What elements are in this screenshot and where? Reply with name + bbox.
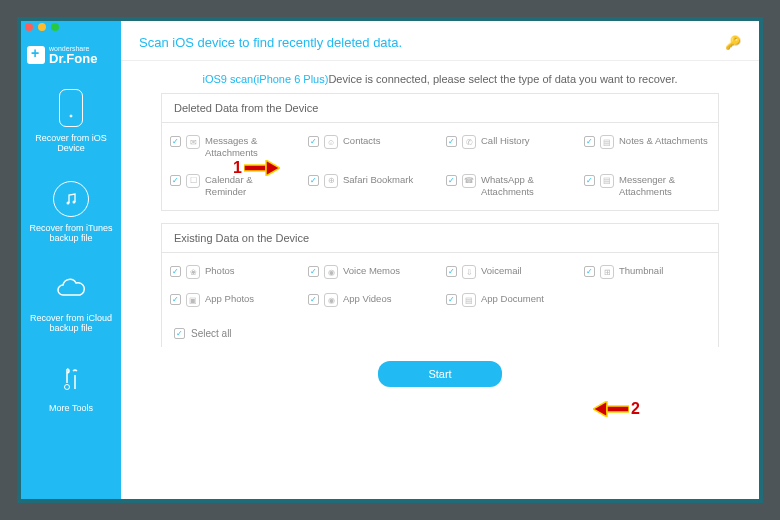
music-icon <box>53 181 89 217</box>
sidebar-item-more-tools[interactable]: More Tools <box>21 347 121 427</box>
item-icon: ▤ <box>462 293 476 307</box>
sidebar-item-label: Recover from iOS Device <box>25 133 117 153</box>
sidebar-item-label: More Tools <box>49 403 93 413</box>
window-controls[interactable] <box>25 23 59 31</box>
item-checkbox[interactable] <box>170 175 181 186</box>
item-label: Contacts <box>343 135 381 147</box>
item-checkbox[interactable] <box>446 136 457 147</box>
logo: wondershare Dr.Fone <box>21 35 121 75</box>
main-content: Scan iOS device to find recently deleted… <box>121 21 759 499</box>
item-label: Voice Memos <box>343 265 400 277</box>
sidebar-item-label: Recover from iCloud backup file <box>25 313 117 333</box>
key-icon[interactable]: 🔑 <box>725 35 741 50</box>
data-type-item[interactable]: ⇩Voicemail <box>442 261 576 283</box>
item-icon: ☐ <box>186 174 200 188</box>
data-type-item[interactable]: ✆Call History <box>442 131 576 164</box>
data-type-item[interactable]: ◉Voice Memos <box>304 261 438 283</box>
item-icon: ▤ <box>600 135 614 149</box>
device-info: iOS9 scan(iPhone 6 Plus) <box>202 73 328 85</box>
deleted-data-section: Deleted Data from the Device ✉Messages &… <box>161 93 719 211</box>
item-icon: ☎ <box>462 174 476 188</box>
svg-point-2 <box>67 202 70 205</box>
data-type-item[interactable]: ▤App Document <box>442 289 576 311</box>
item-icon: ⇩ <box>462 265 476 279</box>
svg-rect-5 <box>244 165 266 171</box>
logo-bottom: Dr.Fone <box>49 52 97 65</box>
logo-top: wondershare <box>49 45 97 52</box>
item-label: Messages & Attachments <box>205 135 296 160</box>
page-title: Scan iOS device to find recently deleted… <box>139 35 402 50</box>
item-icon: ⊞ <box>600 265 614 279</box>
data-type-item[interactable]: ▣App Photos <box>166 289 300 311</box>
tools-icon <box>53 361 89 397</box>
subtitle-rest: Device is connected, please select the t… <box>328 73 677 85</box>
item-label: Call History <box>481 135 530 147</box>
sidebar-item-ios-device[interactable]: Recover from iOS Device <box>21 75 121 167</box>
item-label: Messenger & Attachments <box>619 174 710 199</box>
item-checkbox[interactable] <box>584 266 595 277</box>
item-icon: ◉ <box>324 293 338 307</box>
item-checkbox[interactable] <box>170 294 181 305</box>
arrow-left-icon <box>593 401 629 417</box>
item-checkbox[interactable] <box>308 266 319 277</box>
logo-icon <box>27 46 45 64</box>
item-icon: ✉ <box>186 135 200 149</box>
data-type-item[interactable]: ▤Messenger & Attachments <box>580 170 714 203</box>
item-checkbox[interactable] <box>170 136 181 147</box>
svg-point-1 <box>70 115 72 117</box>
annotation-1: 1 <box>233 159 280 177</box>
svg-point-3 <box>73 201 76 204</box>
item-icon: ⊕ <box>324 174 338 188</box>
data-type-item[interactable]: ☺Contacts <box>304 131 438 164</box>
data-type-item[interactable]: ⊕Safari Bookmark <box>304 170 438 203</box>
sidebar: wondershare Dr.Fone Recover from iOS Dev… <box>21 21 121 499</box>
close-icon[interactable] <box>25 23 33 31</box>
item-icon: ◉ <box>324 265 338 279</box>
item-checkbox[interactable] <box>446 266 457 277</box>
annotation-number: 2 <box>631 400 640 418</box>
section-title: Existing Data on the Device <box>162 224 718 253</box>
item-icon: ▣ <box>186 293 200 307</box>
item-checkbox[interactable] <box>308 294 319 305</box>
item-label: Safari Bookmark <box>343 174 413 186</box>
item-label: App Videos <box>343 293 391 305</box>
maximize-icon[interactable] <box>51 23 59 31</box>
item-label: Voicemail <box>481 265 522 277</box>
item-checkbox[interactable] <box>170 266 181 277</box>
item-checkbox[interactable] <box>446 175 457 186</box>
item-checkbox[interactable] <box>308 136 319 147</box>
arrow-right-icon <box>244 160 280 176</box>
data-type-item[interactable]: ☎WhatsApp & Attachments <box>442 170 576 203</box>
annotation-number: 1 <box>233 159 242 177</box>
item-checkbox[interactable] <box>308 175 319 186</box>
svg-rect-8 <box>607 406 629 412</box>
sidebar-item-icloud[interactable]: Recover from iCloud backup file <box>21 257 121 347</box>
select-all-checkbox[interactable] <box>174 328 185 339</box>
data-type-item[interactable]: ◉App Videos <box>304 289 438 311</box>
sidebar-item-itunes[interactable]: Recover from iTunes backup file <box>21 167 121 257</box>
svg-point-4 <box>65 385 70 390</box>
existing-data-section: Existing Data on the Device ❀Photos◉Voic… <box>161 223 719 347</box>
item-label: Thumbnail <box>619 265 663 277</box>
item-checkbox[interactable] <box>584 175 595 186</box>
item-icon: ✆ <box>462 135 476 149</box>
phone-icon <box>59 89 83 127</box>
item-checkbox[interactable] <box>584 136 595 147</box>
data-type-item[interactable]: ▤Notes & Attachments <box>580 131 714 164</box>
item-icon: ☺ <box>324 135 338 149</box>
minimize-icon[interactable] <box>38 23 46 31</box>
item-icon: ▤ <box>600 174 614 188</box>
data-type-item[interactable]: ❀Photos <box>166 261 300 283</box>
item-label: Calendar & Reminder <box>205 174 296 199</box>
item-checkbox[interactable] <box>446 294 457 305</box>
start-button[interactable]: Start <box>378 361 501 387</box>
select-all-row[interactable]: Select all <box>162 319 718 347</box>
item-label: Photos <box>205 265 235 277</box>
item-label: Notes & Attachments <box>619 135 708 147</box>
item-label: WhatsApp & Attachments <box>481 174 572 199</box>
data-type-item[interactable]: ⊞Thumbnail <box>580 261 714 283</box>
svg-marker-7 <box>593 401 607 417</box>
item-label: App Document <box>481 293 544 305</box>
subtitle: iOS9 scan(iPhone 6 Plus)Device is connec… <box>121 61 759 93</box>
item-icon: ❀ <box>186 265 200 279</box>
